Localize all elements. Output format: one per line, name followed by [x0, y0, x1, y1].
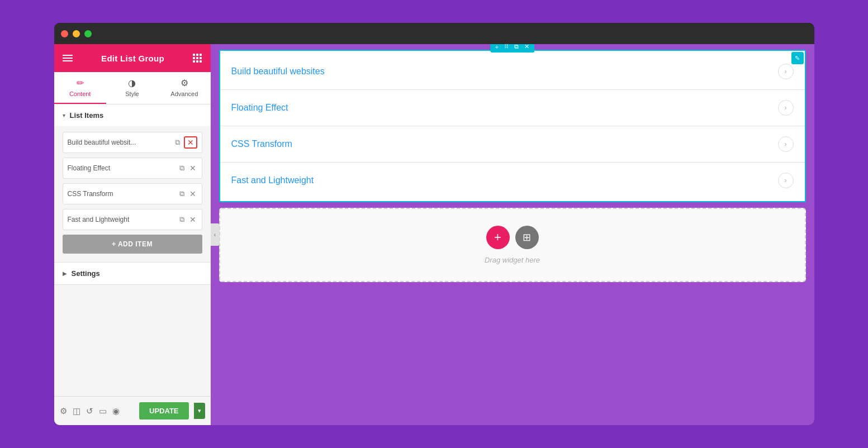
list-item[interactable]: CSS Transform ⧉ ✕: [63, 183, 202, 204]
panel-title: Edit List Group: [101, 54, 164, 63]
drop-zone: + ⊞ Drag widget here: [219, 208, 806, 282]
canvas-list-item[interactable]: Fast and Lightweight ›: [220, 163, 805, 198]
history-icon[interactable]: ↺: [86, 406, 93, 416]
tab-style-label: Style: [125, 90, 139, 97]
gear-tab-icon: ⚙: [181, 78, 188, 88]
copy-button[interactable]: ⧉: [174, 137, 181, 148]
list-items-content: Build beautiful websit... ⧉ ✕ Floating E…: [54, 126, 211, 262]
chevron-right-icon: ▶: [63, 270, 67, 277]
right-content: ‹ + ⠿ ⧉: [211, 44, 814, 425]
maximize-dot[interactable]: [84, 30, 92, 37]
collapse-arrow-icon: ‹: [214, 232, 216, 238]
list-item[interactable]: Build beautiful websit... ⧉ ✕: [63, 132, 202, 153]
desktop-icon[interactable]: ▭: [99, 406, 107, 416]
canvas-list-item-text: Floating Effect: [231, 103, 288, 113]
plus-circle-icon: +: [494, 230, 501, 245]
canvas-list-item[interactable]: Build beautiful websites ›: [220, 54, 805, 90]
canvas-list-item-text: Fast and Lightweight: [231, 175, 314, 185]
list-item-actions: ⧉ ✕: [178, 214, 197, 225]
update-button[interactable]: UPDATE: [139, 402, 188, 420]
tabs: ✏ Content ◑ Style ⚙ Advanced: [54, 72, 211, 104]
drop-zone-text: Drag widget here: [485, 256, 540, 264]
arrow-circle-icon: ›: [778, 173, 794, 188]
update-dropdown-button[interactable]: ▾: [194, 403, 205, 419]
tab-style[interactable]: ◑ Style: [106, 72, 158, 104]
tab-content[interactable]: ✏ Content: [54, 72, 106, 104]
list-item-text: Floating Effect: [68, 164, 178, 172]
window-content: Edit List Group ✏ Content ◑ Style: [54, 44, 814, 425]
canvas-area: + ⠿ ⧉ ✕ ✎: [211, 44, 814, 425]
list-item-actions: ⧉ ✕: [174, 136, 197, 149]
widget-copy-button[interactable]: ⧉: [512, 44, 521, 51]
canvas-list-item[interactable]: Floating Effect ›: [220, 90, 805, 126]
list-items-section-header[interactable]: ▾ List Items: [54, 104, 211, 126]
list-item[interactable]: Fast and Lightweight ⧉ ✕: [63, 209, 202, 230]
settings-icon[interactable]: ⚙: [60, 406, 67, 416]
copy-button[interactable]: ⧉: [178, 214, 186, 225]
list-item[interactable]: Floating Effect ⧉ ✕: [63, 158, 202, 179]
copy-button[interactable]: ⧉: [178, 188, 186, 199]
plus-icon: +: [495, 44, 499, 50]
list-items-title: List Items: [70, 111, 104, 120]
delete-button[interactable]: ✕: [188, 214, 197, 225]
canvas-list-item[interactable]: CSS Transform ›: [220, 126, 805, 163]
pencil-icon: ✏: [77, 78, 84, 88]
collapse-handle[interactable]: ‹: [211, 223, 220, 246]
chevron-down-icon: ▾: [63, 112, 65, 118]
hamburger-icon[interactable]: [63, 55, 73, 61]
panel-footer: ⚙ ◫ ↺ ▭ ◉ UPDATE ▾: [54, 396, 211, 425]
delete-button[interactable]: ✕: [188, 188, 197, 199]
edit-widget-button[interactable]: ✎: [791, 52, 804, 64]
widget-add-button[interactable]: +: [493, 44, 501, 51]
arrow-circle-icon: ›: [778, 64, 794, 79]
widget-container: + ⠿ ⧉ ✕ ✎: [219, 50, 806, 202]
add-item-button[interactable]: + ADD ITEM: [63, 235, 202, 254]
tab-advanced-label: Advanced: [170, 90, 198, 97]
copy-button[interactable]: ⧉: [178, 163, 186, 174]
list-item-actions: ⧉ ✕: [178, 188, 197, 199]
delete-button[interactable]: ✕: [188, 163, 197, 174]
panel-header: Edit List Group: [54, 44, 211, 72]
list-item-text: CSS Transform: [68, 190, 178, 198]
move-icon: ⠿: [504, 44, 509, 50]
list-item-actions: ⧉ ✕: [178, 163, 197, 174]
eye-icon[interactable]: ◉: [112, 406, 120, 416]
canvas-list: Build beautiful websites › Floating Effe…: [220, 51, 805, 201]
close-dot[interactable]: [61, 30, 68, 37]
folder-button[interactable]: ⊞: [515, 226, 539, 249]
arrow-circle-icon: ›: [778, 100, 794, 116]
canvas-list-item-text: Build beautiful websites: [231, 66, 325, 77]
panel-body: ▾ List Items Build beautiful websit... ⧉…: [54, 104, 211, 396]
copy-icon: ⧉: [514, 44, 519, 50]
settings-title: Settings: [72, 269, 100, 278]
pencil-edit-icon: ✎: [795, 55, 800, 62]
canvas-list-item-text: CSS Transform: [231, 139, 292, 149]
tab-advanced[interactable]: ⚙ Advanced: [158, 72, 210, 104]
add-widget-button[interactable]: +: [486, 226, 510, 249]
settings-section-header[interactable]: ▶ Settings: [54, 263, 211, 284]
grid-icon[interactable]: [193, 54, 202, 63]
widget-close-button[interactable]: ✕: [522, 44, 532, 51]
folder-icon: ⊞: [523, 231, 531, 244]
minimize-dot[interactable]: [73, 30, 80, 37]
list-item-text: Build beautiful websit...: [68, 139, 174, 146]
arrow-circle-icon: ›: [778, 136, 794, 152]
drop-zone-buttons: + ⊞: [486, 226, 539, 249]
window: Edit List Group ✏ Content ◑ Style: [54, 23, 814, 425]
widget-toolbar: + ⠿ ⧉ ✕: [490, 44, 534, 53]
list-item-text: Fast and Lightweight: [68, 216, 178, 223]
list-items-section: ▾ List Items Build beautiful websit... ⧉…: [54, 104, 211, 263]
circle-half-icon: ◑: [128, 78, 136, 88]
titlebar: [54, 23, 814, 44]
close-icon: ✕: [524, 44, 529, 50]
delete-button-highlighted[interactable]: ✕: [184, 136, 197, 149]
widget-move-button[interactable]: ⠿: [502, 44, 511, 51]
tab-content-label: Content: [69, 90, 91, 97]
layers-icon[interactable]: ◫: [73, 406, 80, 416]
left-panel: Edit List Group ✏ Content ◑ Style: [54, 44, 211, 425]
settings-section: ▶ Settings: [54, 263, 211, 285]
